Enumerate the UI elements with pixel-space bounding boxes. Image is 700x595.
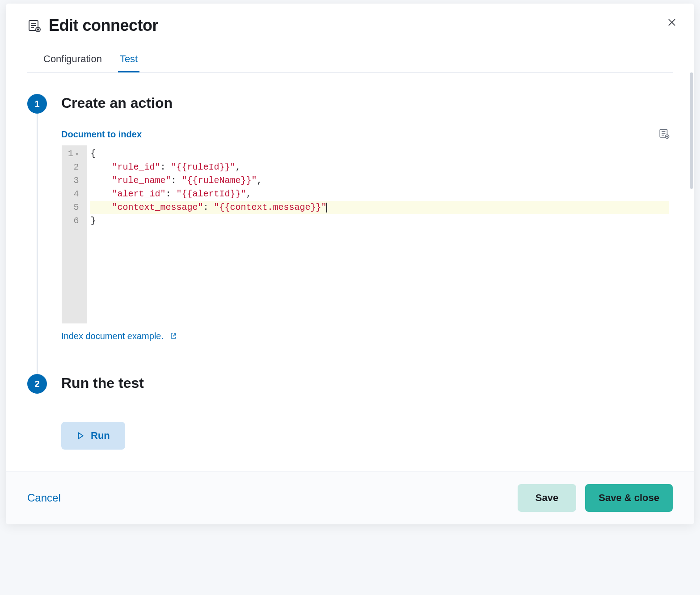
- help-link-row: Index document example.: [61, 331, 673, 342]
- add-variable-button[interactable]: [658, 128, 670, 139]
- step-title-1: Create an action: [61, 95, 673, 111]
- tab-configuration[interactable]: Configuration: [42, 48, 104, 72]
- step-connector-line: [37, 114, 38, 374]
- flyout-footer: Cancel Save Save & close: [6, 471, 694, 524]
- step-create-action: 1 Create an action: [27, 94, 673, 342]
- step-number-1: 1: [27, 94, 47, 114]
- document-editor-section: Document to index 1▾23456 { "rule_id": "…: [61, 129, 673, 342]
- close-icon: [667, 18, 676, 27]
- flyout-body: 1 Create an action: [6, 72, 694, 471]
- step-run-test: 2 Run the test Run: [27, 374, 673, 450]
- index-document-example-link[interactable]: Index document example.: [61, 331, 177, 341]
- run-button-label: Run: [91, 430, 110, 442]
- play-icon: [76, 432, 84, 440]
- help-link-text: Index document example.: [61, 331, 164, 341]
- save-button[interactable]: Save: [518, 484, 576, 512]
- run-button[interactable]: Run: [61, 422, 125, 450]
- page-title: Edit connector: [49, 16, 158, 35]
- code-gutter: 1▾23456: [62, 145, 87, 323]
- cancel-button[interactable]: Cancel: [27, 492, 61, 504]
- tabs: Configuration Test: [27, 47, 673, 72]
- document-to-index-label: Document to index: [61, 129, 673, 140]
- tab-test[interactable]: Test: [118, 48, 139, 72]
- step-title-2: Run the test: [61, 375, 673, 391]
- external-link-icon: [170, 332, 177, 342]
- flyout-header: Edit connector Configuration Test: [6, 4, 694, 72]
- code-editor[interactable]: 1▾23456 { "rule_id": "{{ruleId}}", "rule…: [61, 145, 673, 324]
- connector-icon: [27, 18, 42, 33]
- close-button[interactable]: [666, 16, 678, 29]
- step-number-2: 2: [27, 374, 47, 394]
- save-and-close-button[interactable]: Save & close: [585, 484, 673, 512]
- code-content[interactable]: { "rule_id": "{{ruleId}}", "rule_name": …: [87, 145, 672, 323]
- edit-connector-flyout: Edit connector Configuration Test 1 Crea…: [6, 4, 694, 524]
- scrollbar-thumb[interactable]: [690, 72, 693, 189]
